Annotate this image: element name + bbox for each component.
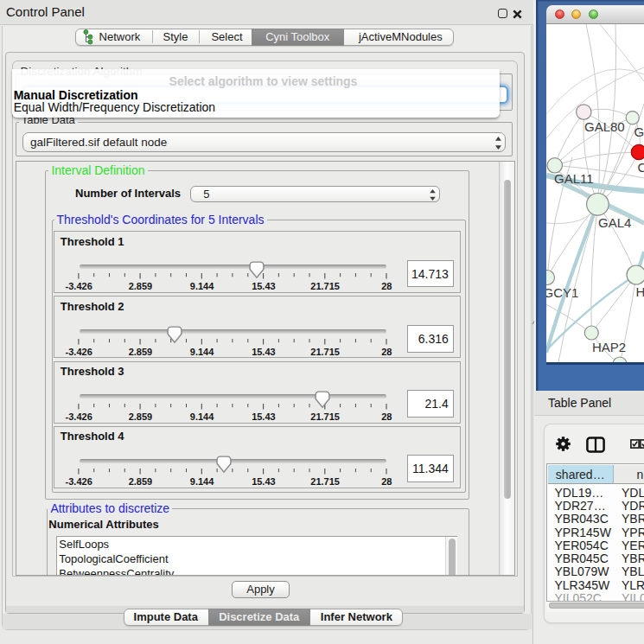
- svg-text:GAL4: GAL4: [598, 215, 631, 230]
- svg-text:GA: GA: [634, 124, 644, 139]
- svg-text:HAP2: HAP2: [592, 340, 626, 354]
- svg-text:GAL11: GAL11: [554, 171, 594, 186]
- svg-text:CA: CA: [638, 160, 644, 175]
- svg-text:GCY1: GCY1: [546, 285, 578, 300]
- svg-text:GAL80: GAL80: [584, 119, 625, 134]
- svg-text:HA: HA: [636, 284, 644, 299]
